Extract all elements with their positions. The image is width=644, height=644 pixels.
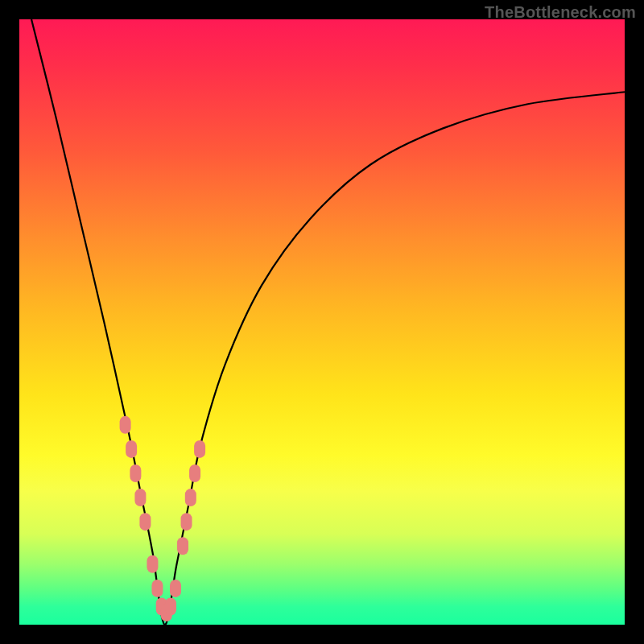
outer-frame: TheBottleneck.com <box>0 0 644 644</box>
marker-point <box>170 580 181 597</box>
marker-point <box>189 464 200 482</box>
marker-point <box>165 597 176 615</box>
marker-point <box>151 580 163 597</box>
marker-point <box>185 489 196 506</box>
marker-point <box>177 537 188 555</box>
marker-point <box>194 440 205 458</box>
marker-point <box>139 513 151 530</box>
marker-group <box>120 416 205 621</box>
plot-area <box>19 19 625 625</box>
marker-point <box>120 416 131 434</box>
curve-layer <box>19 19 625 625</box>
marker-point <box>181 513 192 530</box>
bottleneck-curve <box>31 19 625 625</box>
marker-point <box>126 440 137 458</box>
marker-point <box>130 464 141 482</box>
marker-point <box>134 489 146 506</box>
watermark-text: TheBottleneck.com <box>485 3 636 22</box>
marker-point <box>147 555 158 573</box>
